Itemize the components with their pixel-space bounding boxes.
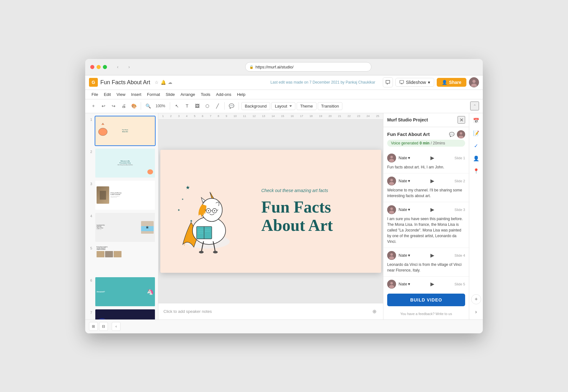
voice-name-3[interactable]: Nate ▾ bbox=[399, 207, 410, 212]
play-button-3[interactable]: ▶ bbox=[429, 206, 436, 214]
voice-name-1[interactable]: Nate ▾ bbox=[399, 155, 410, 160]
tasks-icon[interactable]: ✓ bbox=[471, 141, 481, 151]
menu-insert[interactable]: Insert bbox=[128, 91, 144, 97]
voice-name-5[interactable]: Nate ▾ bbox=[399, 282, 410, 286]
voice-avatar-1 bbox=[387, 154, 396, 162]
notes-placeholder[interactable]: Click to add speaker notes bbox=[163, 309, 212, 314]
ruler-mark: 15 bbox=[281, 114, 284, 118]
close-button[interactable] bbox=[90, 65, 94, 69]
slide-preview-3[interactable]: In France, the Mona Lisais called "La Jo… bbox=[95, 180, 156, 210]
shapes-button[interactable]: ⬡ bbox=[203, 102, 212, 110]
slide-preview-1[interactable]: Fun FactsAbout Art bbox=[95, 116, 156, 146]
background-button[interactable]: Background bbox=[241, 102, 270, 110]
project-title-row: Fun Fact About Art 💬 bbox=[383, 127, 469, 140]
expand-notes-button[interactable]: ⊕ bbox=[370, 307, 378, 315]
share-button[interactable]: 👤 Share bbox=[437, 78, 466, 87]
menu-format[interactable]: Format bbox=[145, 91, 163, 97]
menu-view[interactable]: View bbox=[114, 91, 128, 97]
play-button-4[interactable]: ▶ bbox=[429, 252, 436, 259]
dropdown-arrow-4[interactable]: ▾ bbox=[408, 253, 410, 258]
ruler-hide-button[interactable]: ⌃ bbox=[470, 102, 479, 110]
back-button[interactable]: ‹ bbox=[113, 62, 122, 71]
slide-thumbnail-4[interactable]: 4 Leonardo da Vinciis from thevillage of… bbox=[88, 212, 156, 243]
slide-thumbnail-1[interactable]: 1 Fun FactsAbout Art bbox=[88, 116, 156, 146]
paint-button[interactable]: 🎨 bbox=[129, 102, 138, 110]
slide-preview-2[interactable]: Welcome to MyPresentation Party Hello Sh… bbox=[95, 148, 156, 178]
slide-thumbnail-7[interactable]: 7 The Starry Night bbox=[88, 309, 156, 319]
line-button[interactable]: ╱ bbox=[213, 102, 222, 110]
zoom-out-button[interactable]: 🔍 bbox=[144, 102, 152, 110]
play-button-2[interactable]: ▶ bbox=[429, 177, 436, 185]
svg-rect-0 bbox=[400, 80, 404, 83]
forward-button[interactable]: › bbox=[125, 62, 133, 71]
play-button-5[interactable]: ▶ bbox=[429, 280, 436, 288]
menu-help[interactable]: Help bbox=[234, 91, 248, 97]
add-sidebar-icon[interactable]: ＋ bbox=[471, 294, 481, 304]
slide-thumbnail-3[interactable]: 3 In France, the Mona Lisais called "La … bbox=[88, 180, 156, 210]
slide-canvas[interactable]: ★ ✦ ✦ ✶ bbox=[160, 150, 381, 273]
dropdown-arrow-2[interactable]: ▾ bbox=[408, 178, 410, 183]
address-bar[interactable]: 🔒 https://murf.ai/studio/ bbox=[245, 62, 371, 72]
canvas-area[interactable]: ★ ✦ ✦ ✶ bbox=[158, 120, 383, 303]
slide-preview-5[interactable]: He was also an engineer,scientist, theor… bbox=[95, 244, 156, 275]
maps-icon[interactable]: 📍 bbox=[471, 166, 481, 176]
slide-text-1[interactable]: Fun facts about art. Hi, I am John. bbox=[387, 164, 465, 170]
collapse-panel-button[interactable]: ‹ bbox=[112, 322, 121, 331]
slide-thumbnail-6[interactable]: 6 Amazed? 🦄 bbox=[88, 277, 156, 307]
grid-view-button[interactable]: ⊞ bbox=[89, 322, 98, 331]
bell-icon[interactable]: 🔔 bbox=[161, 80, 166, 85]
panel-close-button[interactable]: ✕ bbox=[458, 116, 465, 124]
menu-slide[interactable]: Slide bbox=[163, 91, 177, 97]
slide-thumbnail-5[interactable]: 5 He was also an engineer,scientist, the… bbox=[88, 244, 156, 275]
dropdown-arrow-3[interactable]: ▾ bbox=[408, 207, 410, 212]
theme-button[interactable]: Theme bbox=[297, 102, 316, 110]
list-view-button[interactable]: ⊟ bbox=[99, 322, 108, 331]
menu-tools[interactable]: Tools bbox=[198, 91, 213, 97]
cloud-icon[interactable]: ☁ bbox=[168, 80, 172, 85]
voice-name-2[interactable]: Nate ▾ bbox=[399, 178, 410, 183]
print-button[interactable]: 🖨 bbox=[119, 102, 128, 110]
star-icon[interactable]: ☆ bbox=[155, 80, 159, 85]
redo-button[interactable]: ↪ bbox=[109, 102, 118, 110]
play-button-1[interactable]: ▶ bbox=[429, 154, 436, 162]
calendar-icon[interactable]: 📅 bbox=[471, 116, 481, 126]
slide-item-header-1: Nate ▾ ▶ Slide 1 bbox=[387, 154, 465, 162]
slide-thumbnail-2[interactable]: 2 Welcome to MyPresentation Party Hello … bbox=[88, 148, 156, 178]
dropdown-arrow-1[interactable]: ▾ bbox=[408, 155, 410, 160]
slide-text-2[interactable]: Welcome to my channel. I'll be sharing s… bbox=[387, 187, 465, 199]
undo-button[interactable]: ↩ bbox=[99, 102, 108, 110]
contacts-icon[interactable]: 👤 bbox=[471, 154, 481, 164]
slideshow-button[interactable]: Slideshow ▾ bbox=[395, 78, 434, 87]
chat-button[interactable]: 💬 bbox=[449, 132, 454, 137]
slide-preview-4[interactable]: Leonardo da Vinciis from thevillage of V… bbox=[95, 212, 156, 243]
slide-text-3[interactable]: I am sure you have seen this painting be… bbox=[387, 216, 465, 244]
comment-button[interactable] bbox=[383, 77, 393, 87]
dropdown-arrow-5[interactable]: ▾ bbox=[408, 282, 410, 286]
layout-button[interactable]: Layout bbox=[271, 102, 295, 110]
doc-title[interactable]: Fun Facts About Art bbox=[100, 79, 150, 86]
slide-item-header-4: Nate ▾ ▶ Slide 4 bbox=[387, 251, 465, 260]
menu-addons[interactable]: Add-ons bbox=[214, 91, 234, 97]
minimize-button[interactable] bbox=[97, 65, 101, 69]
maximize-button[interactable] bbox=[103, 65, 107, 69]
select-button[interactable]: ↖ bbox=[173, 102, 181, 110]
user-avatar[interactable] bbox=[469, 77, 479, 87]
slide-preview-6[interactable]: Amazed? 🦄 bbox=[95, 277, 156, 307]
add-button[interactable]: ＋ bbox=[89, 102, 98, 110]
build-video-button[interactable]: BUILD VIDEO bbox=[387, 294, 465, 306]
menu-edit[interactable]: Edit bbox=[101, 91, 113, 97]
slide-text-4[interactable]: Leonardo da Vinci is from the village of… bbox=[387, 262, 465, 273]
comment-toolbar-button[interactable]: 💬 bbox=[227, 102, 236, 110]
text-button[interactable]: T bbox=[183, 102, 192, 110]
expand-sidebar-icon[interactable]: › bbox=[471, 307, 481, 317]
transition-button[interactable]: Transition bbox=[318, 102, 343, 110]
menu-file[interactable]: File bbox=[89, 91, 101, 97]
voice-name-4[interactable]: Nate ▾ bbox=[399, 253, 410, 258]
slide-preview-7[interactable]: The Starry Night Vincent Van Gogh bbox=[95, 309, 156, 319]
zoom-level[interactable]: 100% bbox=[154, 102, 167, 110]
sticky-note-icon[interactable]: 📝 bbox=[471, 128, 481, 138]
menu-arrange[interactable]: Arrange bbox=[178, 91, 198, 97]
image-button[interactable]: 🖼 bbox=[193, 102, 202, 110]
slideshow-dropdown-icon[interactable]: ▾ bbox=[428, 80, 430, 85]
transition-label: Transition bbox=[321, 104, 339, 108]
